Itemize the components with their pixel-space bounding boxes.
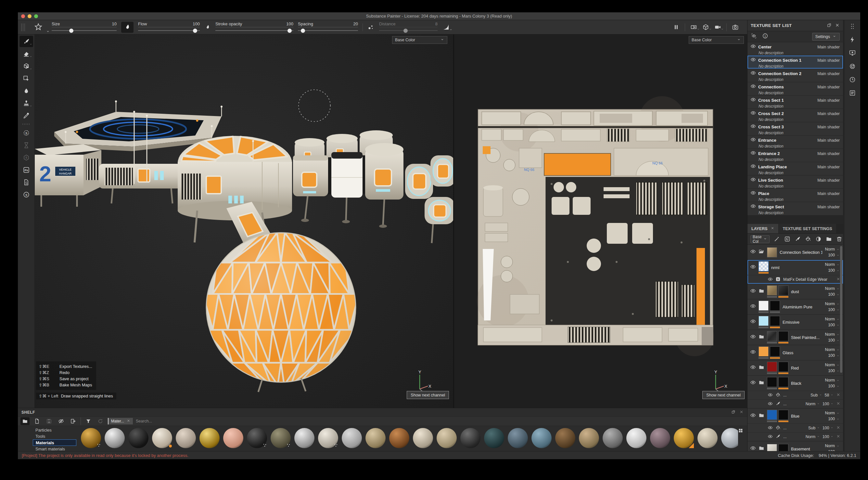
layer-thumbnail[interactable] — [770, 347, 780, 357]
material-sphere[interactable] — [318, 428, 338, 448]
smart-material-icon[interactable]: S — [20, 127, 33, 139]
eye-icon[interactable] — [750, 364, 756, 371]
eye-icon[interactable] — [750, 412, 756, 420]
polygon-fill-tool[interactable] — [20, 73, 33, 84]
eye-icon[interactable] — [750, 319, 756, 326]
effect-opacity-select[interactable]: 100 — [823, 402, 834, 406]
material-sphere[interactable] — [342, 428, 362, 448]
opacity-select[interactable]: 100 — [828, 338, 840, 342]
display-settings-icon[interactable] — [849, 50, 856, 58]
photoshop-icon[interactable]: Ps — [20, 164, 33, 176]
eye-icon[interactable] — [750, 163, 756, 170]
texture-set-row[interactable]: Live SectionMain shaderNo description — [747, 176, 843, 189]
opacity-select[interactable]: 100 — [828, 384, 840, 388]
visibility-sync-icon[interactable] — [751, 33, 757, 40]
camera-view-icon[interactable] — [714, 24, 721, 31]
layer-row[interactable]: GlassNorm100 — [747, 345, 843, 360]
material-sphere[interactable] — [223, 428, 243, 448]
close-tab-icon[interactable] — [771, 226, 774, 231]
fill-effect-icon[interactable] — [775, 392, 781, 398]
eye-icon[interactable] — [750, 264, 756, 271]
texture-set-row[interactable]: EntranceMain shaderNo description — [747, 136, 843, 149]
remove-effect-icon[interactable] — [836, 401, 840, 407]
blend-mode-select[interactable]: Norm — [825, 262, 840, 267]
param-value[interactable]: 20 — [353, 22, 358, 26]
layer-row[interactable]: dustNorm100 — [747, 284, 843, 299]
layer-thumbnail[interactable] — [767, 331, 777, 341]
material-sphere[interactable] — [508, 428, 528, 448]
layer-thumbnail[interactable] — [758, 347, 769, 357]
shelf-category-smart-materials[interactable]: Smart materials — [33, 446, 76, 451]
history-icon[interactable] — [20, 140, 33, 151]
effect-opacity-select[interactable]: 100 — [823, 434, 834, 439]
texture-set-row[interactable]: Entrance 2Main shaderNo description — [747, 149, 843, 162]
delete-layer-icon[interactable] — [836, 236, 842, 242]
opacity-select[interactable]: 100 — [828, 368, 840, 373]
smart-mask-icon[interactable] — [774, 236, 780, 242]
param-slider[interactable] — [379, 28, 438, 33]
shelf-folder-icon[interactable] — [21, 417, 30, 425]
layer-thumbnail[interactable] — [778, 410, 788, 420]
slider-thumb[interactable] — [193, 29, 197, 33]
eye-icon[interactable] — [768, 434, 773, 440]
eye-icon[interactable] — [750, 150, 756, 157]
tab-layers[interactable]: LAYERS — [747, 224, 778, 233]
eye-icon[interactable] — [750, 57, 756, 64]
layer-thumbnail[interactable] — [778, 377, 788, 387]
close-window-button[interactable] — [21, 14, 25, 18]
import-resources-icon[interactable] — [68, 417, 78, 425]
effect-opacity-select[interactable]: 58 — [825, 393, 834, 397]
blend-mode-select[interactable]: Norm — [825, 444, 840, 448]
slider-thumb[interactable] — [287, 29, 292, 33]
material-sphere[interactable] — [128, 428, 149, 448]
texture-set-row[interactable]: Cross Sect 2Main shaderNo description — [747, 109, 843, 122]
close-panel-icon[interactable] — [835, 23, 840, 29]
layer-row[interactable]: RedNorm100 — [747, 360, 843, 376]
folder-icon[interactable] — [758, 334, 764, 341]
blend-mode-select[interactable]: Norm — [825, 363, 840, 367]
brush-tip-preview-icon[interactable] — [121, 22, 133, 33]
toolbar-grip-icon[interactable] — [21, 23, 25, 31]
eye-icon[interactable] — [768, 276, 773, 283]
paint-layer-icon[interactable] — [795, 236, 801, 242]
filter-icon[interactable] — [84, 417, 93, 425]
param-slider[interactable] — [52, 28, 117, 33]
eye-icon[interactable] — [750, 303, 756, 310]
3d-channel-select[interactable]: Base Color — [392, 36, 447, 44]
perspective-cube-icon[interactable] — [702, 24, 709, 31]
layer-row[interactable]: BlackNorm100 ...Sub 58 ...Norm 100 — [747, 376, 843, 409]
blend-mode-select[interactable]: Norm — [825, 348, 840, 352]
layer-thumbnail[interactable] — [758, 301, 769, 311]
blend-mode-select[interactable]: Norm — [825, 302, 840, 306]
shelf-search-input[interactable] — [136, 419, 233, 423]
texture-set-row[interactable]: Storage SectMain shaderNo description — [747, 202, 843, 215]
viewport-3d[interactable]: 2VEHICLEHANGAR Base Color ⇧⌘EExport Text… — [35, 34, 453, 408]
layer-thumbnail[interactable] — [767, 362, 777, 372]
material-sphere[interactable] — [626, 428, 647, 448]
texture-set-row[interactable]: Cross Sect 3Main shaderNo description — [747, 122, 843, 136]
material-sphere[interactable] — [484, 428, 504, 448]
effect-blend-select[interactable]: Sub — [808, 426, 820, 430]
eye-icon[interactable] — [750, 334, 756, 341]
fill-effect-icon[interactable] — [805, 236, 811, 242]
substance-effect-icon[interactable]: S — [775, 276, 781, 283]
quick-actions-icon[interactable] — [849, 36, 856, 44]
layer-row[interactable]: EmissiveNorm100 — [747, 314, 843, 330]
eye-icon[interactable] — [750, 190, 756, 197]
layer-row[interactable]: Aluminium PureNorm100 — [747, 299, 843, 314]
material-sphere[interactable] — [176, 428, 196, 448]
slider-thumb[interactable] — [403, 29, 408, 33]
slider-thumb[interactable] — [69, 29, 73, 33]
effect-opacity-select[interactable]: 100 — [823, 426, 834, 430]
eye-icon[interactable] — [750, 70, 756, 77]
layer-effect-row[interactable]: SMatFx Detail Edge Wear — [747, 275, 843, 284]
paint-brush-tool[interactable] — [20, 36, 33, 47]
opacity-select[interactable]: 100 — [828, 268, 840, 273]
blend-mode-select[interactable]: Norm — [825, 317, 840, 322]
eraser-tool[interactable] — [20, 48, 33, 59]
layer-thumbnail[interactable] — [758, 316, 769, 326]
layer-effect-row[interactable]: ...Sub 58 — [747, 391, 843, 399]
param-value[interactable]: 10 — [112, 22, 117, 26]
layer-thumbnail[interactable] — [767, 410, 777, 420]
layer-row[interactable]: nrmlNorm100 SMatFx Detail Edge Wear — [747, 260, 843, 284]
